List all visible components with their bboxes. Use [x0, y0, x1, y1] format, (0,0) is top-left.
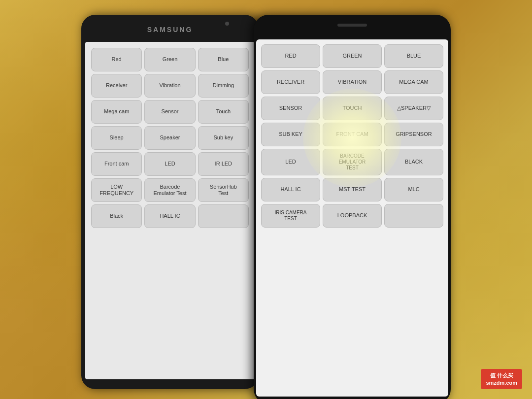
btn-irled-left[interactable]: IR LED [198, 152, 249, 176]
phone-right: RED GREEN BLUE RECEIVER VIBRATION MEGA C… [254, 15, 451, 399]
btn-empty-left [198, 204, 249, 228]
btn-megacam-left[interactable]: Mega cam [91, 100, 142, 124]
btn-led-left[interactable]: LED [144, 152, 195, 176]
corner-badge: 值 什么买 smzdm.com [481, 369, 522, 389]
btn-receiver-left[interactable]: Receiver [91, 74, 142, 98]
btn-touch-left[interactable]: Touch [198, 100, 249, 124]
btn-hallic-right[interactable]: HALL IC [261, 178, 320, 201]
btn-frontcam-right[interactable]: FRONT CAM [323, 123, 382, 146]
btn-frontcam-left[interactable]: Front cam [91, 152, 142, 176]
btn-sensor-left[interactable]: Sensor [144, 100, 195, 124]
phones-container: SAMSUNG Red Green Blue Receiver Vibratio… [0, 0, 532, 399]
btn-sensor-right[interactable]: SENSOR [261, 97, 320, 120]
btn-subkey-right[interactable]: SUB KEY [261, 123, 320, 146]
btn-green-left[interactable]: Green [144, 48, 195, 71]
btn-blue-right[interactable]: BLUE [384, 44, 443, 68]
btn-touch-right[interactable]: TOUCH [323, 97, 382, 120]
btn-vibration-left[interactable]: Vibration [144, 74, 195, 98]
left-button-grid: Red Green Blue Receiver Vibration Dimmin… [89, 46, 251, 230]
btn-loopback-right[interactable]: LOOPBACK [323, 204, 382, 228]
btn-blue-left[interactable]: Blue [198, 48, 249, 71]
btn-speaker-left[interactable]: Speaker [144, 126, 195, 150]
badge-line2: smzdm.com [486, 379, 517, 386]
btn-receiver-right[interactable]: RECEIVER [261, 70, 320, 94]
btn-led-right[interactable]: LED [261, 149, 320, 175]
btn-barcode-right[interactable]: BARCODEEMULATORTEST [323, 149, 382, 175]
btn-sleep-left[interactable]: Sleep [91, 126, 142, 150]
btn-hallic-left[interactable]: HALL IC [144, 204, 195, 228]
badge-line1: 值 什么买 [486, 372, 517, 379]
btn-mlc-right[interactable]: MLC [384, 178, 443, 201]
left-screen: Red Green Blue Receiver Vibration Dimmin… [85, 42, 255, 379]
speaker-bar [337, 24, 367, 27]
btn-black-left[interactable]: Black [91, 204, 142, 228]
btn-sensorhub-left[interactable]: SensorHubTest [198, 178, 249, 202]
right-button-grid: RED GREEN BLUE RECEIVER VIBRATION MEGA C… [259, 42, 445, 230]
btn-megacam-right[interactable]: MEGA CAM [384, 70, 443, 94]
btn-gripsensor-right[interactable]: GRIPSENSOR [384, 123, 443, 146]
btn-barcode-left[interactable]: BarcodeEmulator Test [144, 178, 195, 202]
btn-speaker-right[interactable]: △SPEAKER▽ [384, 97, 443, 120]
btn-vibration-right[interactable]: VIBRATION [323, 70, 382, 94]
btn-black-right[interactable]: BLACK [384, 149, 443, 175]
btn-msttest-right[interactable]: MST TEST [323, 178, 382, 201]
btn-dimming-left[interactable]: Dimming [198, 74, 249, 98]
btn-lowfreq-left[interactable]: LOWFREQUENCY [91, 178, 142, 202]
btn-green-right[interactable]: GREEN [323, 44, 382, 68]
btn-iristest-right[interactable]: IRIS CAMERATEST [261, 204, 320, 228]
btn-red-left[interactable]: Red [91, 48, 142, 71]
btn-subkey-left[interactable]: Sub key [198, 126, 249, 150]
right-screen: RED GREEN BLUE RECEIVER VIBRATION MEGA C… [256, 39, 448, 397]
front-camera-dot [225, 22, 229, 26]
samsung-logo: SAMSUNG [147, 26, 193, 33]
btn-empty-right [384, 204, 443, 228]
btn-red-right[interactable]: RED [261, 44, 320, 68]
phone-left: SAMSUNG Red Green Blue Receiver Vibratio… [81, 15, 259, 389]
